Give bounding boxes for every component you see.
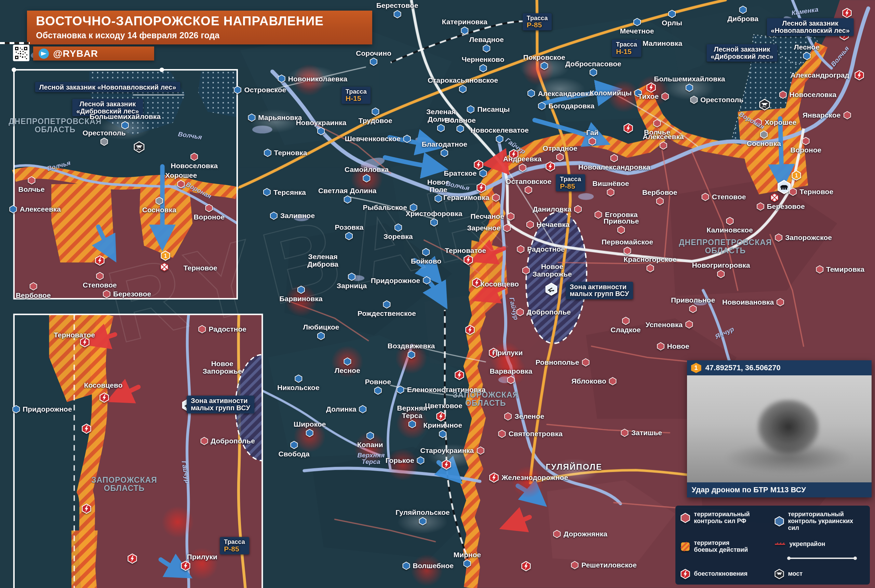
ua-settlement-marker-icon bbox=[277, 75, 286, 83]
label-text: Малиновка bbox=[643, 40, 682, 47]
settlement-label-привольное: Привольное bbox=[671, 296, 715, 313]
settlement-label-январское: Январское bbox=[803, 111, 851, 119]
settlement-label-сладкое: Сладкое bbox=[610, 317, 641, 334]
ua-settlement-marker-icon bbox=[527, 89, 536, 98]
ua-settlement-marker-icon bbox=[359, 405, 367, 413]
ua-settlement-marker-icon bbox=[668, 10, 676, 18]
settlement-label-рождественское: Рождественское bbox=[358, 300, 416, 317]
rf-settlement-marker-icon bbox=[843, 111, 851, 119]
rf-settlement-marker-icon bbox=[726, 217, 734, 225]
ua-settlement-marker-icon bbox=[394, 223, 402, 231]
rf-settlement-marker-icon bbox=[621, 429, 629, 437]
rf-settlement-marker-icon bbox=[685, 320, 693, 328]
label-text: Горькое bbox=[385, 457, 414, 464]
clash-icon bbox=[454, 370, 464, 380]
settlement-label-александроград: Александроград bbox=[791, 72, 850, 79]
clash-icon bbox=[99, 393, 109, 403]
settlement-label-новониколаевка: Новониколаевка bbox=[277, 75, 347, 83]
ua-settlement-marker-icon bbox=[435, 195, 443, 203]
label-text: Новоивановка bbox=[722, 298, 774, 306]
rf-settlement-marker-icon bbox=[522, 266, 530, 274]
settlement-label-радостное: Радостное bbox=[198, 325, 246, 333]
label-text: Новое bbox=[541, 263, 563, 270]
map-title: ВОСТОЧНО-ЗАПОРОЖСКОЕ НАПРАВЛЕНИЕ bbox=[36, 14, 363, 28]
rf-settlement-marker-icon bbox=[198, 325, 207, 333]
label-text: Криничное bbox=[424, 422, 463, 429]
settlement-label-терсянка: Терсянка bbox=[263, 188, 306, 196]
map-canvas[interactable]: 1 1 Берестовое Катериновка Орлы Мечетное… bbox=[0, 0, 875, 588]
settlement-label-даниловка: Даниловка bbox=[533, 205, 582, 213]
rf-settlement-marker-icon bbox=[503, 224, 511, 232]
rf-settlement-marker-icon bbox=[571, 561, 579, 569]
settlement-label-березовое: Березовое bbox=[756, 202, 805, 211]
label-text: Александроград bbox=[791, 72, 850, 79]
settlement-label-железнодорожное: Железнодорожное bbox=[489, 472, 568, 483]
settlement-label-широкое: Широкое bbox=[294, 420, 326, 437]
label-text: Зеленое bbox=[515, 412, 544, 420]
label-text: Новое bbox=[667, 342, 689, 350]
settlement-label-нечаевка: Нечаевка bbox=[526, 220, 570, 229]
label-text: Лесное bbox=[335, 366, 360, 374]
ua-settlement-marker-icon bbox=[408, 420, 416, 428]
forest-label-лесной-заказник-дибровский-лес-: Лесной заказник«Дибровский лес» bbox=[707, 44, 777, 62]
label-text: Новониколаевка bbox=[288, 75, 347, 83]
rf-settlement-marker-icon bbox=[588, 137, 596, 145]
label-text: ЗАПОРОЖСКАЯ bbox=[452, 391, 518, 399]
label-text: Широкое bbox=[294, 420, 326, 428]
settlement-label-волшебное: Волшебное bbox=[402, 562, 454, 570]
road-label-трасса-н-15: ТрассаН-15 bbox=[612, 40, 641, 57]
label-text: Терса bbox=[402, 412, 423, 419]
settlement-label-приволье: Приволье bbox=[604, 218, 639, 234]
clash-icon bbox=[441, 459, 451, 470]
label-text: Герасимовка bbox=[443, 194, 490, 201]
ua-settlement-marker-icon bbox=[306, 429, 314, 437]
label-text: Гайчур bbox=[180, 460, 191, 484]
ua-settlement-marker-icon bbox=[348, 273, 356, 281]
label-text: Воздвижевка bbox=[388, 342, 435, 350]
label-text: Радостное bbox=[209, 326, 246, 333]
settlement-label-новогригоровка: Новогригоровка bbox=[692, 261, 750, 278]
settlement-label-придорожное: Придорожное bbox=[12, 405, 72, 413]
ua-settlement-marker-icon bbox=[374, 386, 382, 394]
rf-settlement-marker-icon bbox=[517, 245, 524, 254]
settlement-label-сосновка: Сосновка bbox=[142, 197, 176, 214]
ua-settlement-marker-icon bbox=[297, 286, 305, 294]
photo-header: 1 47.892571, 36.506270 bbox=[687, 360, 872, 375]
label-text: Лесной заказник bbox=[79, 100, 136, 108]
settlement-label-ровное: Ровное bbox=[365, 378, 391, 395]
ua-settlement-marker-icon bbox=[439, 430, 447, 438]
label-text: Сладкое bbox=[610, 326, 641, 334]
settlement-label-свобода: Свобода bbox=[279, 441, 310, 458]
rf-settlement-marker-icon bbox=[779, 91, 787, 99]
label-text: Прилуки bbox=[187, 553, 217, 561]
ua-settlement-marker-icon bbox=[263, 188, 271, 196]
rf-settlement-marker-icon bbox=[646, 264, 654, 273]
label-text: Темировка bbox=[826, 266, 865, 273]
settlement-label-копани: Копани bbox=[357, 431, 383, 448]
label-text: Сосновка bbox=[747, 140, 781, 147]
settlement-label-варваровка: Варваровка bbox=[490, 368, 532, 384]
combat-glow bbox=[386, 448, 419, 481]
telegram-badge[interactable]: @RYBAR bbox=[33, 46, 154, 60]
ua-settlement-marker-icon bbox=[264, 149, 272, 157]
settlement-label-любицкое: Любицкое bbox=[303, 323, 339, 340]
label-text: Новоукраинка bbox=[296, 118, 346, 126]
settlement-label-зеленая-диброва: ЗеленаяДиброва bbox=[307, 253, 339, 268]
telegram-icon bbox=[39, 48, 49, 59]
label-text: Дорожнянка bbox=[563, 530, 607, 538]
ua-settlement-marker-icon bbox=[466, 105, 475, 114]
label-text: Мечетное bbox=[620, 27, 654, 35]
ua-settlement-marker-icon bbox=[418, 517, 427, 525]
fort-legend-icon bbox=[774, 541, 786, 548]
region-label-днепропетровская-область: ДНЕПРОПЕТРОВСКАЯОБЛАСТЬ bbox=[679, 238, 772, 255]
settlement-label-шевченковское: Шевченковское bbox=[345, 135, 411, 143]
settlement-label-песчаное: Песчаное bbox=[470, 212, 515, 220]
legend-column-right: территориальныйконтроль украинских силук… bbox=[774, 511, 865, 579]
label-text: Вербовое bbox=[16, 291, 51, 299]
label-text: Светлая Долина bbox=[318, 187, 376, 195]
rf-settlement-marker-icon bbox=[476, 447, 485, 454]
label-text: Янчур bbox=[714, 326, 735, 340]
label-text: малых групп ВСУ bbox=[191, 404, 250, 412]
label-text: Алексеевка bbox=[643, 133, 683, 140]
label-text: Большемихайловка bbox=[654, 75, 725, 83]
